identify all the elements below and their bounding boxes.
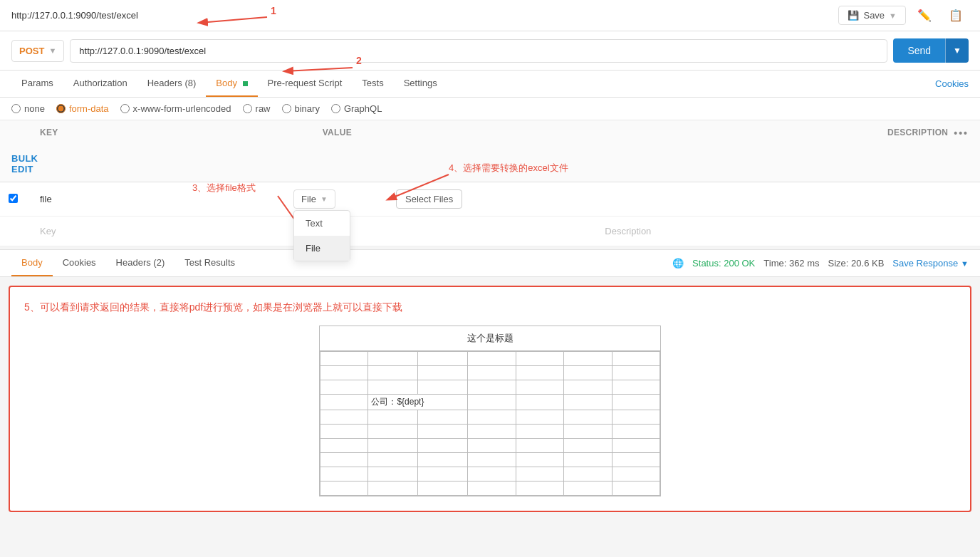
body-type-raw[interactable]: raw	[243, 103, 271, 114]
pdf-cell	[612, 410, 660, 425]
pdf-cell	[612, 425, 660, 439]
tab-pre-request[interactable]: Pre-request Script	[258, 71, 353, 97]
tab-cookies[interactable]: Cookies	[935, 71, 969, 96]
th-more: •••	[903, 120, 974, 146]
response-tab-headers[interactable]: Headers (2)	[106, 250, 175, 276]
pdf-cell	[612, 395, 660, 410]
request-bar: POST ▼ Send ▼	[0, 31, 980, 71]
response-tab-body[interactable]: Body	[11, 250, 53, 276]
key-value: file	[40, 194, 52, 204]
pdf-cell	[368, 410, 418, 425]
pdf-cell	[418, 481, 468, 496]
pdf-cell	[418, 453, 468, 467]
pdf-cell	[516, 395, 563, 410]
file-type-button[interactable]: File ▼	[293, 189, 335, 209]
body-active-dot	[243, 81, 248, 86]
pdf-cell	[368, 453, 418, 467]
save-button[interactable]: 💾 Save ▼	[838, 6, 906, 25]
row-checkbox[interactable]	[9, 194, 18, 203]
pdf-cell	[516, 481, 563, 496]
dropdown-item-file[interactable]: File	[294, 236, 350, 261]
pdf-cell	[468, 395, 516, 410]
share-button[interactable]: 📋	[943, 6, 969, 25]
body-type-binary[interactable]: binary	[282, 103, 320, 114]
pdf-row-1	[320, 352, 660, 366]
tab-settings[interactable]: Settings	[394, 71, 447, 97]
more-options-icon[interactable]: •••	[954, 127, 969, 139]
empty-description-cell: Description	[599, 219, 882, 244]
pdf-cell	[564, 352, 612, 366]
select-files-button[interactable]: Select Files	[396, 189, 462, 209]
edit-button[interactable]: ✏️	[912, 6, 937, 25]
body-type-urlencoded[interactable]: x-www-form-urlencoded	[120, 103, 231, 114]
response-size: Size: 20.6 KB	[828, 258, 885, 269]
pdf-cell	[320, 425, 368, 439]
pdf-row-9	[320, 481, 660, 496]
tab-authorization[interactable]: Authorization	[63, 71, 137, 97]
send-dropdown-button[interactable]: ▼	[945, 38, 969, 63]
file-type-dropdown-menu: Text File	[293, 210, 350, 261]
pdf-cell	[468, 453, 516, 467]
body-type-none[interactable]: none	[11, 103, 45, 114]
response-time: Time: 362 ms	[763, 258, 819, 269]
pdf-cell	[320, 467, 368, 481]
pdf-cell	[368, 366, 418, 380]
pdf-cell	[516, 410, 563, 425]
tab-headers[interactable]: Headers (8)	[137, 71, 207, 97]
pdf-cell	[320, 410, 368, 425]
pdf-cell	[564, 366, 612, 380]
method-select[interactable]: POST ▼	[11, 40, 64, 62]
save-response-button[interactable]: Save Response ▼	[892, 258, 969, 269]
tab-tests[interactable]: Tests	[352, 71, 393, 97]
send-button[interactable]: Send	[893, 38, 945, 63]
pdf-row-6	[320, 439, 660, 453]
pdf-row-company: 公司：${dept}	[320, 395, 660, 410]
th-value: VALUE	[317, 120, 882, 146]
pdf-cell	[612, 380, 660, 395]
pdf-cell	[368, 425, 418, 439]
pdf-cell	[516, 366, 563, 380]
file-type-cell: File ▼ Text File	[291, 185, 390, 213]
pdf-row-8	[320, 467, 660, 481]
request-tabs-bar: Params Authorization Headers (8) Body Pr…	[0, 71, 980, 98]
body-type-bar: none form-data x-www-form-urlencoded raw…	[0, 98, 980, 120]
key-cell: file	[34, 187, 291, 212]
pdf-row-3	[320, 380, 660, 395]
pdf-cell	[418, 352, 468, 366]
pdf-cell	[612, 453, 660, 467]
tab-body[interactable]: Body	[206, 71, 257, 97]
bulk-edit-button[interactable]: Bulk Edit	[11, 153, 38, 175]
pdf-cell	[368, 467, 418, 481]
pdf-row-4	[320, 410, 660, 425]
body-type-graphql[interactable]: GraphQL	[331, 103, 382, 114]
pdf-cell	[516, 439, 563, 453]
pdf-cell	[418, 425, 468, 439]
dropdown-item-text[interactable]: Text	[294, 211, 350, 236]
pdf-table: 公司：${dept}	[320, 351, 660, 496]
pdf-cell	[468, 366, 516, 380]
pdf-cell	[468, 481, 516, 496]
empty-description-placeholder: Description	[605, 226, 651, 236]
pdf-cell	[320, 380, 368, 395]
pdf-cell	[516, 425, 563, 439]
response-content: 5、可以看到请求返回的结果，直接将pdf进行预览，如果是在浏览器上就可以直接下载…	[9, 286, 971, 512]
empty-key-placeholder: Key	[40, 226, 56, 236]
pdf-cell	[320, 366, 368, 380]
tab-params[interactable]: Params	[11, 71, 63, 97]
select-files-cell: Select Files	[390, 185, 647, 213]
body-type-form-data[interactable]: form-data	[56, 103, 109, 114]
pdf-cell	[368, 352, 418, 366]
pdf-cell	[320, 481, 368, 496]
response-tab-cookies[interactable]: Cookies	[53, 250, 106, 276]
empty-row: Key Value Description	[0, 217, 980, 246]
url-input[interactable]	[70, 39, 887, 63]
file-type-label: File	[301, 194, 316, 204]
pdf-cell	[418, 410, 468, 425]
response-tab-test-results[interactable]: Test Results	[174, 250, 245, 276]
pdf-cell	[468, 467, 516, 481]
pdf-cell	[564, 395, 612, 410]
send-button-group: Send ▼	[893, 38, 969, 63]
pdf-cell	[320, 352, 368, 366]
pdf-cell	[320, 395, 368, 410]
response-meta: 🌐 Status: 200 OK Time: 362 ms Size: 20.6…	[672, 258, 969, 269]
